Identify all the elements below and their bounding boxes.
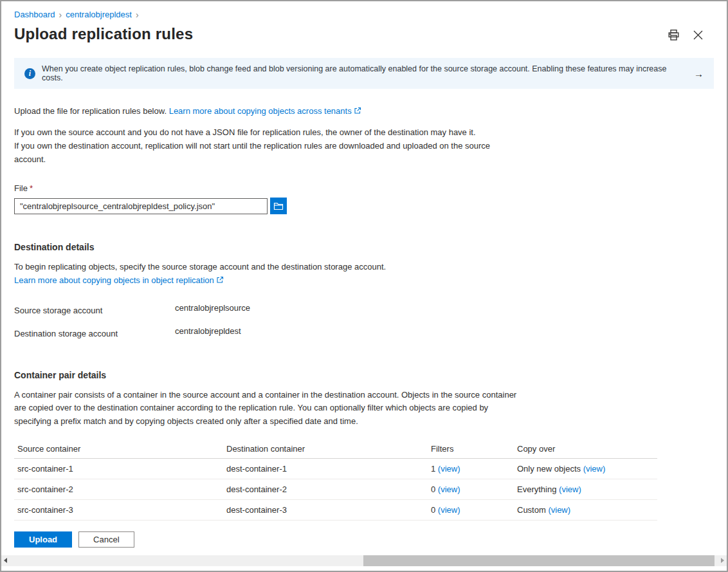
filters-count: 1 bbox=[431, 464, 435, 474]
upload-replication-rules-blade: Dashboard › centralobjrepldest › Upload … bbox=[1, 1, 727, 571]
column-header-destination-container: Destination container bbox=[223, 444, 428, 454]
page-title: Upload replication rules bbox=[14, 25, 193, 43]
close-button[interactable] bbox=[691, 28, 705, 42]
breadcrumb-dashboard-link[interactable]: Dashboard bbox=[14, 10, 55, 19]
source-container-cell: src-container-2 bbox=[14, 484, 223, 494]
copy-over-cell: Only new objects (view) bbox=[514, 464, 657, 474]
filters-cell: 1 (view) bbox=[428, 464, 514, 474]
source-container-cell: src-container-1 bbox=[14, 464, 223, 474]
copy-over-view-link[interactable]: (view) bbox=[548, 505, 570, 515]
notes-line-2: If you own the destination account, repl… bbox=[14, 140, 514, 167]
learn-more-object-replication-link[interactable]: Learn more about copying objects in obje… bbox=[14, 275, 214, 285]
destination-details-description: To begin replicating objects, specify th… bbox=[14, 261, 714, 287]
source-storage-account-value: centralobjreplsource bbox=[175, 303, 250, 313]
destination-storage-account-row: Destination storage account centralobjre… bbox=[14, 326, 714, 338]
filters-count: 0 bbox=[431, 484, 435, 494]
print-icon bbox=[668, 33, 680, 43]
destination-container-cell: dest-container-2 bbox=[223, 484, 428, 494]
footer-actions: Upload Cancel bbox=[14, 531, 134, 548]
container-pair-details-heading: Container pair details bbox=[14, 370, 714, 380]
column-header-source-container: Source container bbox=[14, 444, 223, 454]
filters-cell: 0 (view) bbox=[428, 484, 514, 494]
destination-storage-account-label: Destination storage account bbox=[14, 326, 175, 338]
scroll-left-arrow-icon[interactable] bbox=[4, 558, 7, 563]
info-banner-text: When you create object replication rules… bbox=[42, 64, 686, 82]
info-icon: i bbox=[24, 68, 35, 79]
table-row: src-container-3 dest-container-3 0 (view… bbox=[14, 500, 657, 521]
title-actions bbox=[666, 28, 705, 42]
destination-storage-account-value: centralobjrepldest bbox=[175, 326, 241, 336]
table-header-row: Source container Destination container F… bbox=[14, 439, 657, 459]
upload-button[interactable]: Upload bbox=[14, 531, 72, 548]
horizontal-scrollbar[interactable] bbox=[1, 555, 727, 566]
source-storage-account-label: Source storage account bbox=[14, 303, 175, 315]
source-container-cell: src-container-3 bbox=[14, 505, 223, 515]
source-storage-account-row: Source storage account centralobjreplsou… bbox=[14, 303, 714, 315]
filters-count: 0 bbox=[431, 505, 435, 515]
container-pair-description: A container pair consists of a container… bbox=[14, 389, 517, 429]
intro-text: Upload the file for replication rules be… bbox=[14, 106, 714, 116]
chevron-right-icon: › bbox=[136, 10, 139, 19]
storage-account-fields: Source storage account centralobjreplsou… bbox=[14, 303, 714, 338]
info-banner: i When you create object replication rul… bbox=[14, 58, 714, 89]
external-link-icon bbox=[216, 276, 224, 286]
destination-container-cell: dest-container-3 bbox=[223, 505, 428, 515]
column-header-copy-over: Copy over bbox=[514, 444, 657, 454]
banner-arrow-link[interactable]: → bbox=[694, 68, 704, 79]
container-pair-table: Source container Destination container F… bbox=[14, 439, 657, 521]
learn-more-tenants-link[interactable]: Learn more about copying objects across … bbox=[169, 106, 352, 116]
copy-over-view-link[interactable]: (view) bbox=[583, 464, 606, 474]
print-button[interactable] bbox=[666, 28, 681, 42]
destination-container-cell: dest-container-1 bbox=[223, 464, 428, 474]
close-icon bbox=[693, 33, 704, 42]
destination-description-text: To begin replicating objects, specify th… bbox=[14, 261, 714, 273]
title-bar: Upload replication rules bbox=[14, 25, 714, 43]
breadcrumb: Dashboard › centralobjrepldest › bbox=[14, 1, 714, 19]
copy-over-view-link[interactable]: (view) bbox=[559, 484, 581, 494]
file-field-row bbox=[14, 198, 714, 214]
folder-icon bbox=[273, 202, 284, 210]
external-link-icon bbox=[354, 107, 361, 116]
notes-paragraph: If you own the source account and you do… bbox=[14, 126, 514, 166]
required-marker: * bbox=[30, 183, 33, 193]
scrollbar-thumb[interactable] bbox=[363, 555, 714, 566]
column-header-filters: Filters bbox=[428, 444, 514, 454]
filters-view-link[interactable]: (view) bbox=[438, 464, 460, 474]
intro-sentence: Upload the file for replication rules be… bbox=[14, 106, 167, 116]
copy-over-value: Only new objects bbox=[517, 464, 581, 474]
file-field-label: File* bbox=[14, 183, 714, 193]
table-row: src-container-1 dest-container-1 1 (view… bbox=[14, 459, 657, 479]
browse-file-button[interactable] bbox=[270, 198, 287, 214]
file-label-text: File bbox=[14, 183, 28, 193]
filters-view-link[interactable]: (view) bbox=[438, 505, 460, 515]
filters-cell: 0 (view) bbox=[428, 505, 514, 515]
copy-over-value: Custom bbox=[517, 505, 546, 515]
notes-line-1: If you own the source account and you do… bbox=[14, 126, 514, 140]
table-row: src-container-2 dest-container-2 0 (view… bbox=[14, 479, 657, 500]
scroll-right-arrow-icon[interactable] bbox=[721, 558, 724, 563]
destination-details-heading: Destination details bbox=[14, 242, 714, 252]
breadcrumb-centralobjrepldest-link[interactable]: centralobjrepldest bbox=[66, 10, 132, 19]
cancel-button[interactable]: Cancel bbox=[78, 531, 134, 548]
chevron-right-icon: › bbox=[59, 10, 62, 19]
file-input[interactable] bbox=[14, 198, 268, 214]
copy-over-cell: Everything (view) bbox=[514, 484, 657, 494]
copy-over-value: Everything bbox=[517, 484, 556, 494]
copy-over-cell: Custom (view) bbox=[514, 505, 657, 515]
filters-view-link[interactable]: (view) bbox=[438, 484, 460, 494]
